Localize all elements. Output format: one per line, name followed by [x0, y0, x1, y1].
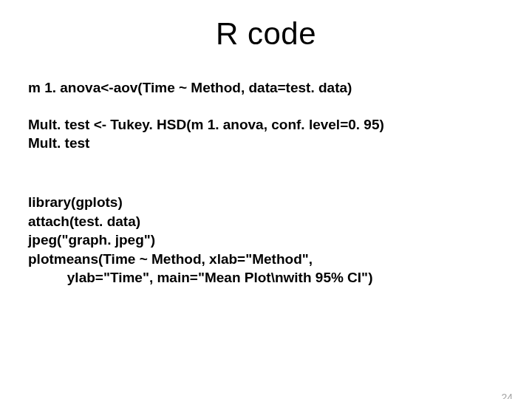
slide-title: R code: [0, 16, 532, 52]
slide-content: m 1. anova<-aov(Time ~ Method, data=test…: [0, 78, 532, 287]
code-line: Mult. test <- Tukey. HSD(m 1. anova, con…: [28, 115, 504, 134]
page-number: 24: [501, 392, 513, 399]
code-line: Mult. test: [28, 134, 504, 153]
code-line: plotmeans(Time ~ Method, xlab="Method",: [28, 250, 504, 269]
code-line: library(gplots): [28, 193, 504, 212]
slide: R code m 1. anova<-aov(Time ~ Method, da…: [0, 16, 532, 399]
code-line: attach(test. data): [28, 212, 504, 231]
code-line: ylab="Time", main="Mean Plot\nwith 95% C…: [28, 268, 504, 287]
code-line: m 1. anova<-aov(Time ~ Method, data=test…: [28, 78, 504, 98]
code-line: jpeg("graph. jpeg"): [28, 231, 504, 250]
